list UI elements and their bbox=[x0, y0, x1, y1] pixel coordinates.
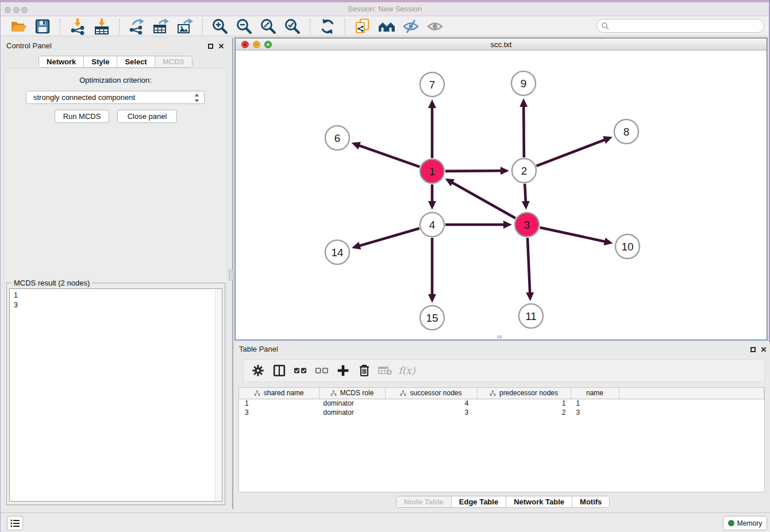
close-panel-button[interactable]: Close panel bbox=[117, 110, 177, 123]
show-columns-icon[interactable] bbox=[272, 363, 287, 378]
hierarchy-icon bbox=[254, 390, 260, 396]
toolbar-separator bbox=[345, 18, 345, 34]
column-header-predecessor-nodes[interactable]: predecessor nodes bbox=[477, 388, 571, 399]
graph-node-label: 3 bbox=[524, 219, 530, 231]
graph-edge-3-11[interactable] bbox=[528, 238, 530, 294]
toolbar-separator bbox=[119, 18, 120, 34]
selected-option: strongly connected component bbox=[33, 93, 135, 102]
export-image-icon[interactable] bbox=[175, 18, 195, 35]
tab-mcds[interactable]: MCDS bbox=[155, 56, 192, 67]
save-session-icon[interactable] bbox=[33, 18, 52, 35]
mcds-result-title: MCDS result (2 nodes) bbox=[11, 279, 92, 287]
node-table[interactable]: shared name MCDS role successor nodes pr… bbox=[238, 387, 765, 492]
table-settings-icon[interactable] bbox=[251, 363, 265, 378]
tab-style[interactable]: Style bbox=[84, 56, 117, 67]
application-window: Session: New Session bbox=[0, 0, 770, 532]
graph-edge-2-8[interactable] bbox=[536, 140, 605, 166]
toolbar-separator bbox=[60, 18, 60, 34]
close-panel-icon[interactable]: ✕ bbox=[217, 42, 225, 50]
frame-resize-handle[interactable] bbox=[497, 336, 502, 338]
table-row[interactable]: 1dominator411 bbox=[239, 399, 764, 408]
first-neighbors-icon[interactable] bbox=[377, 18, 396, 35]
graph-node-label: 11 bbox=[525, 310, 537, 322]
import-network-icon[interactable] bbox=[68, 18, 87, 35]
mcds-result-area[interactable]: 1 3 bbox=[9, 288, 222, 502]
table-float-icon[interactable] bbox=[749, 345, 757, 353]
edge-arrowhead bbox=[428, 99, 436, 108]
network-window: × − + scc.txt 1234678910111415 bbox=[235, 38, 767, 340]
open-session-icon[interactable] bbox=[9, 18, 28, 35]
main-toolbar bbox=[1, 17, 769, 36]
graph-node-label: 15 bbox=[426, 312, 438, 324]
graph-edge-3-1[interactable] bbox=[452, 182, 515, 218]
table-panel-title: Table Panel bbox=[239, 345, 278, 353]
hierarchy-icon bbox=[490, 390, 496, 396]
network-window-titlebar[interactable]: × − + scc.txt bbox=[236, 38, 767, 51]
column-header-mcds-role[interactable]: MCDS role bbox=[319, 388, 385, 399]
float-panel-icon[interactable] bbox=[206, 42, 214, 50]
node-table-body: 1dominator4113dominator323 bbox=[239, 399, 764, 417]
zoom-fit-icon[interactable] bbox=[259, 18, 278, 35]
duplicate-network-icon[interactable] bbox=[353, 18, 372, 35]
export-table-icon[interactable] bbox=[151, 18, 171, 35]
zoom-selected-icon[interactable] bbox=[283, 18, 302, 35]
mcds-result-text: 1 3 bbox=[14, 291, 18, 310]
edge-arrowhead bbox=[603, 237, 613, 245]
mcds-result-group: MCDS result (2 nodes) 1 3 bbox=[6, 283, 225, 505]
optimization-criterion-label: Optimization criterion: bbox=[1, 76, 230, 84]
window-title: Session: New Session bbox=[1, 5, 769, 13]
tab-network[interactable]: Network bbox=[39, 56, 84, 67]
zoom-out-icon[interactable] bbox=[234, 18, 254, 35]
network-canvas[interactable]: 1234678910111415 bbox=[236, 51, 767, 340]
tab-node-table[interactable]: Node Table bbox=[396, 496, 452, 507]
splitter-handle[interactable] bbox=[229, 270, 234, 280]
hierarchy-icon bbox=[400, 390, 406, 396]
control-panel-tabs: Network Style Select MCDS bbox=[38, 56, 192, 68]
zoom-in-icon[interactable] bbox=[210, 18, 230, 35]
graph-edge-4-14[interactable] bbox=[359, 228, 419, 246]
column-header-name[interactable]: name bbox=[571, 388, 619, 399]
edge-arrowhead bbox=[503, 221, 512, 229]
memory-status-icon bbox=[728, 520, 734, 526]
table-panel: Table Panel ✕ f(x) bbox=[235, 342, 770, 512]
table-close-icon[interactable]: ✕ bbox=[760, 345, 768, 353]
column-header-shared-name[interactable]: shared name bbox=[239, 388, 319, 399]
export-network-icon[interactable] bbox=[127, 18, 147, 35]
select-all-icon[interactable] bbox=[293, 363, 308, 378]
optimization-criterion-select[interactable]: strongly connected component bbox=[26, 91, 205, 104]
edge-arrowhead bbox=[428, 201, 436, 210]
table-row[interactable]: 3dominator323 bbox=[239, 408, 764, 417]
add-row-icon[interactable] bbox=[336, 363, 351, 378]
delete-icon[interactable] bbox=[357, 363, 372, 378]
tab-motifs[interactable]: Motifs bbox=[572, 496, 609, 507]
graph-edge-2-3[interactable] bbox=[525, 184, 526, 202]
graph-edge-3-10[interactable] bbox=[540, 228, 605, 242]
import-table-icon[interactable] bbox=[92, 18, 111, 35]
memory-button[interactable]: Memory bbox=[723, 516, 767, 530]
tab-select[interactable]: Select bbox=[117, 56, 155, 67]
search-input[interactable] bbox=[596, 19, 764, 33]
task-history-button[interactable] bbox=[7, 516, 23, 530]
result-scrollbar[interactable] bbox=[215, 290, 221, 500]
graph-node-label: 2 bbox=[521, 165, 528, 177]
show-all-icon[interactable] bbox=[425, 18, 445, 35]
chevron-updown-icon bbox=[194, 93, 200, 105]
tab-edge-table[interactable]: Edge Table bbox=[452, 496, 506, 507]
deselect-all-icon[interactable] bbox=[314, 363, 329, 378]
graph-edge-2-9[interactable] bbox=[523, 106, 524, 157]
memory-label: Memory bbox=[737, 519, 762, 527]
delete-table-icon[interactable] bbox=[378, 363, 393, 378]
function-builder-icon[interactable]: f(x) bbox=[399, 363, 414, 378]
graph-node-label: 9 bbox=[521, 78, 527, 90]
column-header-successor-nodes[interactable]: successor nodes bbox=[385, 388, 477, 399]
hide-selected-icon[interactable] bbox=[401, 18, 421, 35]
tab-network-table[interactable]: Network Table bbox=[506, 496, 572, 507]
graph-edge-1-2[interactable] bbox=[445, 171, 502, 171]
graph-node-label: 1 bbox=[429, 165, 436, 178]
edge-arrowhead bbox=[500, 167, 509, 175]
edge-arrowhead bbox=[522, 201, 530, 210]
run-mcds-button[interactable]: Run MCDS bbox=[55, 110, 109, 123]
window-titlebar: Session: New Session bbox=[1, 2, 769, 16]
refresh-icon[interactable] bbox=[318, 18, 337, 35]
graph-edge-1-6[interactable] bbox=[359, 145, 420, 167]
